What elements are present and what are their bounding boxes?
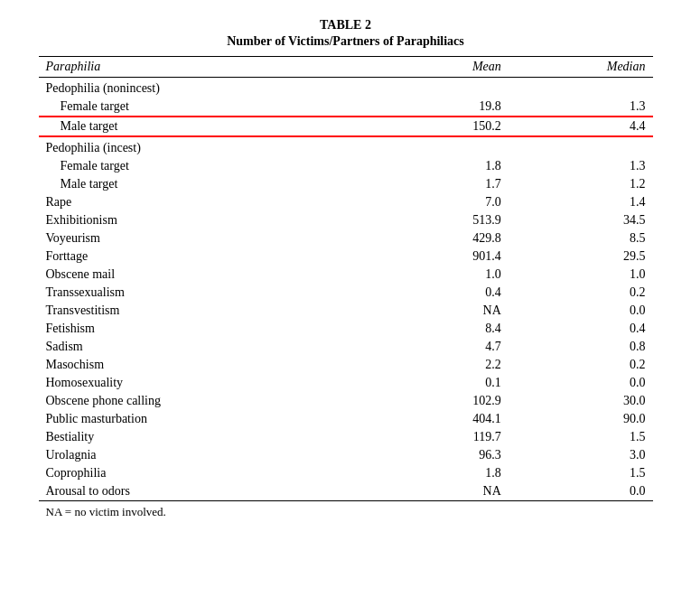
table-row: Rape7.01.4	[39, 193, 653, 211]
table-row: Pedophilia (incest)	[39, 136, 653, 157]
cell-mean: NA	[391, 482, 509, 501]
table-row: Transsexualism0.40.2	[39, 284, 653, 302]
cell-median: 1.5	[509, 464, 653, 482]
col-paraphilia: Paraphilia	[39, 57, 391, 78]
cell-mean: 429.8	[391, 229, 509, 247]
cell-mean: 1.8	[391, 464, 509, 482]
cell-mean: 1.0	[391, 266, 509, 284]
cell-paraphilia: Male target	[39, 117, 391, 136]
table-row: Female target1.81.3	[39, 157, 653, 175]
table-row: Male target150.24.4	[39, 117, 653, 136]
cell-mean: 96.3	[391, 446, 509, 464]
col-median: Median	[509, 57, 653, 78]
cell-median: 34.5	[509, 211, 653, 229]
table-row: Sadism4.70.8	[39, 338, 653, 356]
cell-mean: 404.1	[391, 410, 509, 428]
footer-row: NA = no victim involved.	[39, 501, 653, 520]
cell-paraphilia: Forttage	[39, 247, 391, 266]
cell-paraphilia: Voyeurism	[39, 229, 391, 247]
table-row: Pedophilia (nonincest)	[39, 78, 653, 98]
table-row: Homosexuality0.10.0	[39, 374, 653, 392]
page: TABLE 2 Number of Victims/Partners of Pa…	[39, 18, 653, 598]
cell-mean: 1.7	[391, 175, 509, 193]
cell-paraphilia: Obscene phone calling	[39, 392, 391, 410]
cell-mean: 102.9	[391, 392, 509, 410]
cell-paraphilia: Obscene mail	[39, 266, 391, 284]
cell-mean: 4.7	[391, 338, 509, 356]
cell-paraphilia: Female target	[39, 98, 391, 117]
cell-paraphilia: Transvestitism	[39, 302, 391, 320]
cell-mean	[391, 136, 509, 157]
table-row: Bestiality119.71.5	[39, 428, 653, 446]
table-row: Male target1.71.2	[39, 175, 653, 193]
table-row: Arousal to odorsNA0.0	[39, 482, 653, 501]
cell-paraphilia: Exhibitionism	[39, 211, 391, 229]
cell-median: 29.5	[509, 247, 653, 266]
footer-note: NA = no victim involved.	[39, 501, 653, 520]
cell-paraphilia: Coprophilia	[39, 464, 391, 482]
table-title: TABLE 2	[39, 18, 653, 33]
table-row: Exhibitionism513.934.5	[39, 211, 653, 229]
cell-mean: 0.1	[391, 374, 509, 392]
cell-median: 0.0	[509, 374, 653, 392]
table-row: Forttage901.429.5	[39, 247, 653, 266]
cell-mean: 513.9	[391, 211, 509, 229]
cell-median: 1.2	[509, 175, 653, 193]
cell-mean: 7.0	[391, 193, 509, 211]
cell-mean: 1.8	[391, 157, 509, 175]
table-subtitle: Number of Victims/Partners of Paraphilia…	[39, 34, 653, 49]
cell-paraphilia: Female target	[39, 157, 391, 175]
cell-paraphilia: Male target	[39, 175, 391, 193]
table-row: Obscene mail1.01.0	[39, 266, 653, 284]
cell-median: 0.2	[509, 356, 653, 374]
cell-median: 1.4	[509, 193, 653, 211]
table-row: Public masturbation404.190.0	[39, 410, 653, 428]
cell-paraphilia: Masochism	[39, 356, 391, 374]
cell-mean: 19.8	[391, 98, 509, 117]
cell-mean: 2.2	[391, 356, 509, 374]
cell-median: 0.4	[509, 320, 653, 338]
cell-median: 0.0	[509, 482, 653, 501]
cell-median: 90.0	[509, 410, 653, 428]
col-mean: Mean	[391, 57, 509, 78]
cell-mean: 0.4	[391, 284, 509, 302]
cell-median	[509, 78, 653, 98]
table-row: Female target19.81.3	[39, 98, 653, 117]
cell-median: 1.3	[509, 157, 653, 175]
cell-mean	[391, 78, 509, 98]
cell-paraphilia: Homosexuality	[39, 374, 391, 392]
cell-paraphilia: Pedophilia (nonincest)	[39, 78, 391, 98]
table-row: Coprophilia1.81.5	[39, 464, 653, 482]
cell-paraphilia: Arousal to odors	[39, 482, 391, 501]
cell-median: 1.5	[509, 428, 653, 446]
table-row: Masochism2.20.2	[39, 356, 653, 374]
table-row: TransvestitismNA0.0	[39, 302, 653, 320]
cell-paraphilia: Pedophilia (incest)	[39, 136, 391, 157]
cell-median: 0.2	[509, 284, 653, 302]
header-row: Paraphilia Mean Median	[39, 57, 653, 78]
cell-median: 0.0	[509, 302, 653, 320]
cell-paraphilia: Public masturbation	[39, 410, 391, 428]
data-table: Paraphilia Mean Median Pedophilia (nonin…	[39, 56, 653, 519]
cell-mean: 901.4	[391, 247, 509, 266]
cell-paraphilia: Rape	[39, 193, 391, 211]
table-row: Voyeurism429.88.5	[39, 229, 653, 247]
table-row: Obscene phone calling102.930.0	[39, 392, 653, 410]
cell-mean: 150.2	[391, 117, 509, 136]
cell-paraphilia: Bestiality	[39, 428, 391, 446]
cell-median: 4.4	[509, 117, 653, 136]
cell-median: 1.0	[509, 266, 653, 284]
cell-paraphilia: Transsexualism	[39, 284, 391, 302]
cell-median: 0.8	[509, 338, 653, 356]
cell-paraphilia: Sadism	[39, 338, 391, 356]
cell-median: 3.0	[509, 446, 653, 464]
cell-paraphilia: Urolagnia	[39, 446, 391, 464]
cell-mean: 119.7	[391, 428, 509, 446]
cell-median: 1.3	[509, 98, 653, 117]
cell-median	[509, 136, 653, 157]
cell-mean: NA	[391, 302, 509, 320]
cell-median: 8.5	[509, 229, 653, 247]
cell-paraphilia: Fetishism	[39, 320, 391, 338]
cell-mean: 8.4	[391, 320, 509, 338]
table-row: Urolagnia96.33.0	[39, 446, 653, 464]
